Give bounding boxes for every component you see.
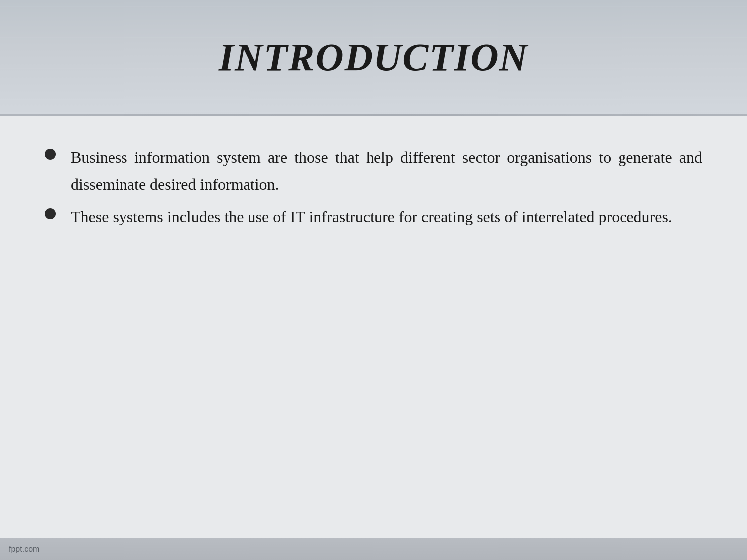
- footer-watermark: fppt.com: [9, 545, 39, 554]
- slide-footer: fppt.com: [0, 538, 747, 560]
- bullet-item-2: These systems includes the use of IT inf…: [45, 203, 702, 230]
- bullet-text-1: Business information system are those th…: [71, 144, 702, 198]
- bullet-text-2: These systems includes the use of IT inf…: [71, 203, 702, 230]
- slide: INTRODUCTION Business information system…: [0, 0, 747, 560]
- slide-title: INTRODUCTION: [219, 35, 528, 80]
- bullet-dot-1: [45, 149, 56, 160]
- bullet-item-1: Business information system are those th…: [45, 144, 702, 198]
- slide-header: INTRODUCTION: [0, 0, 747, 114]
- bullet-dot-2: [45, 208, 56, 219]
- slide-content: Business information system are those th…: [0, 116, 747, 538]
